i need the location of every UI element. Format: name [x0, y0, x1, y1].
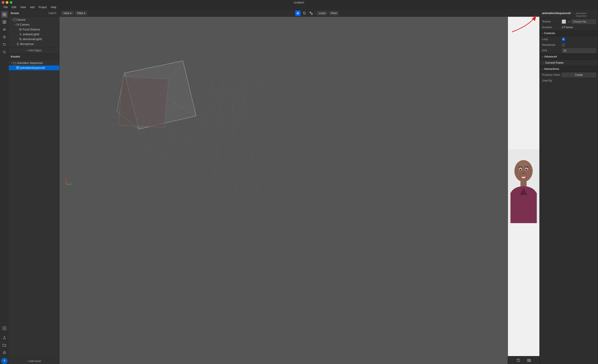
tree-focal-label: Focal Distance [23, 28, 40, 31]
assets-panel-title: Assets [11, 55, 58, 58]
svg-point-23 [19, 28, 22, 30]
focal-icon [19, 28, 22, 31]
refresh-icon[interactable] [1, 41, 8, 48]
svg-rect-33 [17, 43, 18, 44]
svg-point-13 [3, 51, 5, 53]
svg-point-24 [20, 29, 21, 30]
svg-rect-5 [5, 22, 6, 24]
menu-project[interactable]: Project [37, 5, 49, 9]
svg-line-32 [20, 38, 22, 40]
tree-item-camera[interactable]: ▾ Camera [9, 22, 59, 27]
svg-point-25 [20, 34, 21, 35]
scene-icon[interactable] [1, 11, 8, 18]
svg-marker-42 [298, 14, 298, 15]
tree-item-device[interactable]: ▾ Device [9, 17, 59, 22]
menubar: File Edit View Add Project Help [0, 5, 299, 10]
animation-sequence-icon [16, 66, 19, 69]
menu-add[interactable]: Add [28, 5, 36, 9]
scene-tree: ▾ Device ▾ Camera [9, 17, 59, 47]
svg-line-63 [192, 76, 214, 182]
tree-device-label: Device [17, 18, 25, 21]
tree-item-animation-sequence-0[interactable]: ▾ animationSequence0 [9, 66, 59, 70]
axis-indicator: X Y [65, 177, 73, 182]
svg-marker-41 [298, 12, 298, 12]
search-icon[interactable] [1, 49, 8, 55]
svg-rect-2 [3, 20, 4, 22]
titlebar: Untitled* [0, 0, 299, 5]
assets-panel-header: Assets [9, 54, 59, 60]
device-arrow: ▾ [11, 19, 13, 21]
svg-line-66 [240, 76, 258, 182]
scene-canvas[interactable]: X Y [59, 17, 299, 182]
assets-panel: Assets ▾ Animation Sequences ▾ [9, 54, 59, 182]
device-icon [14, 18, 17, 22]
svg-line-65 [231, 76, 236, 182]
svg-rect-20 [14, 18, 16, 21]
menu-file[interactable]: File [2, 5, 9, 9]
tree-microphone-label: Microphone [20, 42, 34, 46]
svg-text:Y: Y [65, 177, 67, 180]
svg-point-10 [4, 37, 5, 37]
tree-directional-label: directionalLight0 [23, 38, 42, 41]
tree-camera-label: Camera [20, 23, 30, 26]
menu-view[interactable]: View [18, 5, 28, 9]
tree-ambient-label: ambientLight0 [23, 33, 39, 36]
tree-animation-sequences-label: Animation Sequences [17, 61, 43, 65]
focal-arrow: ▾ [16, 28, 18, 31]
svg-marker-43 [296, 13, 297, 14]
svg-rect-1 [4, 14, 5, 15]
traffic-lights [2, 1, 12, 4]
camera-arrow: ▾ [14, 24, 16, 26]
svg-marker-22 [18, 24, 19, 25]
tree-anim-seq-0-label: animationSequence0 [20, 66, 45, 69]
filter-button[interactable]: Filter ▾ [75, 11, 87, 16]
left-panels: Scene Layers ▾ Device ▾ [9, 10, 59, 182]
close-button[interactable] [2, 1, 4, 4]
grid-svg: X Y [59, 17, 299, 182]
maximize-button[interactable] [10, 1, 12, 4]
anchor-icon[interactable] [1, 34, 8, 40]
camera-icon [16, 23, 19, 26]
svg-marker-44 [299, 13, 299, 14]
scene-panel-header: Scene Layers [9, 10, 59, 17]
svg-line-64 [214, 76, 223, 182]
left-toolbar: ? [0, 10, 9, 182]
ambient-light-icon [19, 33, 22, 36]
menu-edit[interactable]: Edit [10, 5, 18, 9]
tree-item-microphone[interactable]: ▾ Microphone [9, 42, 59, 47]
svg-line-57 [71, 115, 269, 182]
viewport: View ▾ Filter ▾ [59, 10, 299, 182]
assets-content: ▾ Animation Sequences ▾ [9, 60, 59, 182]
svg-rect-3 [5, 20, 6, 22]
tree-item-ambient[interactable]: ▾ ambientLight0 [9, 32, 59, 37]
transform-move-icon[interactable] [295, 11, 299, 16]
layers-tab[interactable]: Layers [47, 11, 58, 15]
tree-item-focal[interactable]: ▾ Focal Distance [9, 27, 59, 32]
scene-panel-title: Scene [11, 11, 45, 15]
svg-line-31 [19, 39, 21, 40]
svg-rect-4 [3, 22, 4, 24]
object-icon[interactable] [1, 19, 8, 25]
svg-rect-72 [118, 76, 169, 127]
directional-light-icon [19, 38, 22, 41]
svg-line-14 [5, 53, 6, 54]
view-button[interactable]: View ▾ [61, 11, 74, 16]
scene-panel: Scene Layers ▾ Device ▾ [9, 10, 59, 54]
add-object-button[interactable]: + Add Object [9, 47, 59, 53]
viewport-toolbar: View ▾ Filter ▾ [59, 10, 299, 17]
layers-icon[interactable] [1, 26, 8, 33]
svg-rect-21 [17, 24, 18, 25]
tree-item-directional[interactable]: ▾ directionalLight0 [9, 37, 59, 42]
microphone-icon [16, 42, 19, 46]
menu-help[interactable]: Help [49, 5, 58, 9]
window-title: Untitled* [293, 1, 299, 4]
minimize-button[interactable] [6, 1, 8, 4]
folder-closed-icon [13, 61, 16, 65]
tree-item-animation-sequences[interactable]: ▾ Animation Sequences [9, 61, 59, 66]
